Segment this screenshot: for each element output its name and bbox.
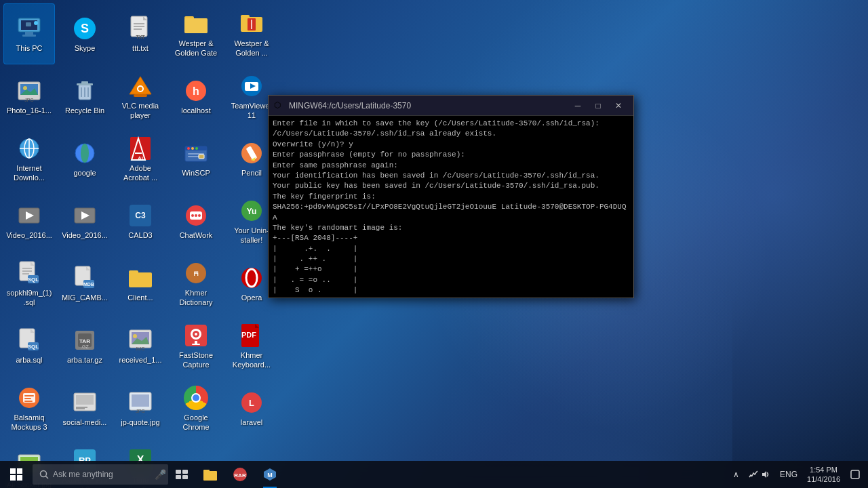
icon-khmer-dict[interactable]: ក Khmer Dictionary <box>170 253 222 314</box>
win-logo-q3 <box>10 475 16 481</box>
icon-adobe[interactable]: Ai Adobe Acrobat ... <box>115 128 166 189</box>
laravel-svg: L <box>239 390 264 415</box>
svg-text:Yu: Yu <box>247 207 257 216</box>
icon-skype[interactable]: S Skype <box>59 3 111 64</box>
term-line-12: | .+. . | <box>273 244 629 254</box>
svg-text:TXT: TXT <box>136 35 145 39</box>
icon-jp-quote[interactable]: JPG jp-quote.jpg <box>115 378 166 439</box>
terminal-title: MINGW64:/c/Users/Latitude-3570 <box>289 101 568 110</box>
icon-westper-folder1[interactable]: Westper & Golden Gate <box>170 3 222 64</box>
svg-rect-16 <box>184 18 208 33</box>
svg-text:L: L <box>249 398 254 408</box>
icon-laravel[interactable]: L laravel <box>226 378 277 439</box>
tar-svg: TAR .GZ <box>73 328 97 352</box>
taskbar-mingw[interactable]: M <box>255 461 285 488</box>
task-view-button[interactable] <box>168 461 195 488</box>
icon-chatwork[interactable]: ChatWork <box>170 190 222 251</box>
icon-balsamiq[interactable]: Balsamiq Mockups 3 <box>3 378 55 439</box>
icon-recycle-bin[interactable]: Recycle Bin <box>59 66 111 127</box>
chrome-center-icon <box>191 393 201 403</box>
client-folder-svg <box>127 267 153 289</box>
icon-cald3[interactable]: C3 CALD3 <box>115 190 166 251</box>
icon-recycle-label: Recycle Bin <box>65 106 104 115</box>
photo-svg: JPG <box>17 79 41 103</box>
svg-rect-113 <box>192 344 200 345</box>
icon-client-label: Client... <box>127 293 153 302</box>
icon-google-label: google <box>73 169 96 178</box>
icon-photo[interactable]: JPG Photo_16-1... <box>3 66 55 127</box>
chrome-ring-icon <box>184 386 208 410</box>
adobe-svg: Ai <box>129 136 152 161</box>
taskbar-file-explorer[interactable] <box>195 461 225 488</box>
google-sphere-svg <box>73 141 97 165</box>
video1-svg <box>18 204 41 227</box>
icon-video1[interactable]: Video_2016... <box>3 190 55 251</box>
icon-balsamiq-label: Balsamiq Mockups 3 <box>6 413 52 431</box>
icon-received-label: received_1... <box>119 356 162 365</box>
icon-internet-label: Internet Downlo... <box>6 164 52 182</box>
icon-localhost[interactable]: h localhost <box>170 66 222 127</box>
icon-this-pc-label: This PC <box>16 44 42 53</box>
tray-language[interactable]: ENG <box>776 461 802 488</box>
this-pc-svg <box>16 16 42 41</box>
svg-point-57 <box>195 147 198 150</box>
svg-rect-151 <box>851 470 859 479</box>
terminal-content[interactable]: Enter file in which to save the key (/c/… <box>269 116 633 298</box>
svg-rect-120 <box>24 398 31 399</box>
icon-westper-zip[interactable]: Westper & Golden ... <box>226 3 277 64</box>
svg-rect-144 <box>203 471 217 481</box>
icon-faststone[interactable]: FastStone Capture <box>170 315 222 376</box>
start-button[interactable] <box>0 461 33 488</box>
term-line-17: | o .=+Bo= | <box>273 296 629 298</box>
svg-rect-28 <box>81 81 88 84</box>
icon-video2[interactable]: Video_2016... <box>59 190 111 251</box>
svg-text:TAR: TAR <box>79 338 90 344</box>
svg-text:SQL: SQL <box>28 277 39 283</box>
svg-text:PDF: PDF <box>241 331 256 339</box>
file-explorer-icon <box>203 468 218 481</box>
icon-sql[interactable]: SQL sopkhl9m_(1).sql <box>3 253 55 314</box>
icon-arba-sql-label: arba.sql <box>16 356 42 365</box>
terminal-minimize-button[interactable]: ─ <box>568 99 587 113</box>
term-line-3: Overwrite (y/n)? y <box>273 140 629 150</box>
folder-zip-svg <box>239 12 264 36</box>
icon-khmer-keyboard[interactable]: PDF Khmer Keyboard... <box>226 315 277 376</box>
icon-winscp[interactable]: WinSCP <box>170 128 222 189</box>
svg-text:RAR: RAR <box>234 472 246 479</box>
icon-received[interactable]: IMG received_1... <box>115 315 166 376</box>
svg-point-73 <box>191 214 194 217</box>
icon-arba-sql[interactable]: SQL arba.sql <box>3 315 55 376</box>
svg-line-139 <box>46 476 49 479</box>
svg-rect-59 <box>188 156 200 157</box>
icon-ttt-txt[interactable]: TXT ttt.txt <box>115 3 166 64</box>
search-bar[interactable]: 🎤 <box>33 464 168 485</box>
icon-client[interactable]: Client... <box>115 253 166 314</box>
icon-ttt-txt-label: ttt.txt <box>132 44 149 53</box>
taskbar-pinned-apps: RAR M <box>195 461 726 488</box>
icon-internet[interactable]: Internet Downlo... <box>3 128 55 189</box>
search-input[interactable] <box>53 470 155 479</box>
clock-display: 1:54 PM 11/4/2016 <box>807 465 840 485</box>
svg-text:JPG: JPG <box>24 98 34 102</box>
svg-text:S: S <box>81 22 89 35</box>
terminal-maximize-button[interactable]: □ <box>589 99 608 113</box>
icon-arba-tar[interactable]: TAR .GZ arba.tar.gz <box>59 315 111 376</box>
svg-rect-143 <box>182 475 188 479</box>
svg-rect-127 <box>132 394 149 407</box>
icon-google-chrome[interactable]: Google Chrome <box>170 378 222 439</box>
icon-this-pc[interactable]: This PC <box>3 3 55 64</box>
svg-point-93 <box>241 268 262 288</box>
tray-clock[interactable]: 1:54 PM 11/4/2016 <box>803 461 844 488</box>
icon-google-sphere[interactable]: google <box>59 128 111 189</box>
icon-social-media[interactable]: social-medi... <box>59 378 111 439</box>
terminal-titlebar: ⬡ MINGW64:/c/Users/Latitude-3570 ─ □ ✕ <box>269 96 633 116</box>
terminal-close-button[interactable]: ✕ <box>609 99 628 113</box>
svg-point-56 <box>191 147 194 150</box>
icon-vlc[interactable]: VLC media player <box>115 66 166 127</box>
svg-point-74 <box>195 214 197 217</box>
tray-expand-button[interactable]: ∧ <box>729 461 743 488</box>
icon-mig[interactable]: MDB MIG_CAMB... <box>59 253 111 314</box>
tray-notification-button[interactable] <box>846 461 865 488</box>
taskbar-winrar[interactable]: RAR <box>225 461 255 488</box>
icon-westper-zip-label: Westper & Golden ... <box>229 39 275 57</box>
